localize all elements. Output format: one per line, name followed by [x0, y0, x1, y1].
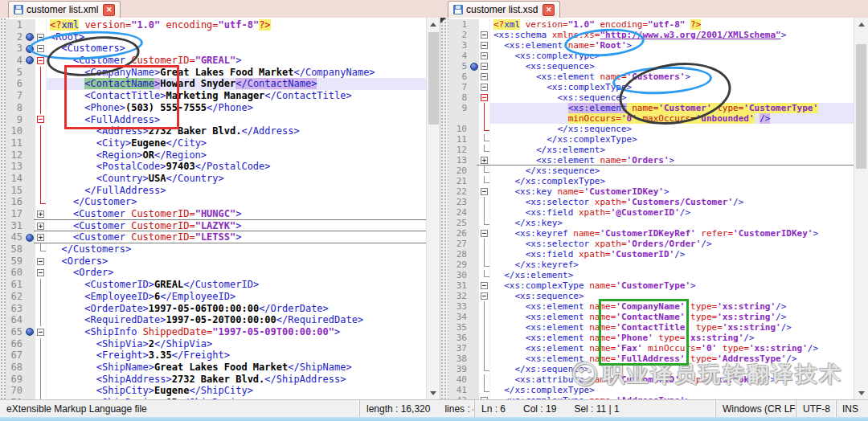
fold-margin[interactable]: − [35, 55, 47, 67]
bookmark-margin[interactable] [25, 185, 35, 197]
fold-margin[interactable] [479, 374, 490, 385]
fold-margin[interactable] [35, 385, 47, 397]
bookmark-margin[interactable] [25, 31, 35, 43]
line-number[interactable]: 2 [6, 31, 25, 43]
code-line[interactable]: 65− <ShipInfo ShippedDate="1997-05-09T00… [6, 326, 426, 338]
code-line[interactable]: 22− <xs:key name='CustomerIDKey'> [448, 186, 854, 197]
bookmark-margin[interactable] [469, 40, 479, 51]
line-number[interactable]: 4 [448, 51, 469, 61]
code-line[interactable]: 9 <xs:element name='Customer' type='Cust… [448, 103, 854, 113]
line-number[interactable]: 2 [448, 30, 469, 40]
bookmark-margin[interactable] [25, 314, 35, 326]
line-number[interactable]: 21 [448, 176, 469, 186]
bookmark-margin[interactable] [25, 137, 35, 149]
line-number[interactable]: 10 [448, 124, 469, 134]
line-number[interactable]: 65 [6, 326, 25, 338]
code-line[interactable]: 20 </xs:sequence> [448, 166, 854, 176]
code-line[interactable]: 59− <Orders> [6, 255, 426, 268]
code-line[interactable]: 66 <ShipVia>2</ShipVia> [6, 338, 426, 350]
fold-margin[interactable] [479, 166, 490, 176]
fold-collapse-icon[interactable]: − [37, 45, 44, 52]
line-number[interactable]: 31 [6, 220, 25, 232]
line-number[interactable]: 25 [448, 218, 469, 228]
code-line[interactable]: 69 <ShipAddress>2732 Baker Blvd.</ShipAd… [6, 374, 426, 386]
fold-margin[interactable] [35, 243, 47, 255]
fold-margin[interactable]: − [35, 267, 47, 279]
code-line[interactable]: 32− <xs:sequence> [448, 291, 854, 301]
line-number[interactable]: 8 [448, 92, 469, 103]
bookmark-margin[interactable] [469, 385, 479, 395]
scrollbar-thumb[interactable] [856, 44, 866, 169]
code-line[interactable]: 6− <xs:element name='Customers'> [448, 72, 854, 82]
code-line[interactable]: 25 </xs:key> [448, 218, 854, 228]
line-number[interactable]: 16 [6, 196, 25, 208]
fold-collapse-icon[interactable]: − [481, 292, 488, 300]
fold-margin[interactable]: − [479, 228, 490, 239]
code-line[interactable]: 8 <Phone>(503) 555-7555</Phone> [6, 102, 426, 114]
fold-margin[interactable] [35, 291, 47, 303]
bookmark-margin[interactable] [469, 374, 479, 385]
tab-customer-list-xml[interactable]: customer list.xml ✕ [8, 1, 121, 18]
line-number[interactable]: 14 [6, 173, 25, 185]
fold-margin[interactable]: − [479, 51, 490, 61]
bookmark-margin[interactable] [25, 220, 35, 232]
scroll-down-icon[interactable] [854, 386, 868, 399]
fold-collapse-icon[interactable]: − [481, 52, 488, 59]
fold-margin[interactable] [479, 322, 490, 333]
bookmark-margin[interactable] [25, 196, 35, 208]
fold-margin[interactable] [479, 176, 490, 186]
fold-margin[interactable]: − [479, 40, 490, 51]
line-number[interactable]: 12 [6, 149, 25, 161]
line-number[interactable]: 13 [448, 155, 469, 166]
line-number[interactable]: 36 [448, 333, 469, 343]
status-insert-mode[interactable]: INS [836, 400, 868, 417]
code-line[interactable]: 67 <Freight>3.35</Freight> [6, 349, 426, 362]
code-line[interactable]: 16 </Customer> [6, 196, 426, 208]
line-number[interactable]: 62 [6, 291, 25, 303]
fold-margin[interactable]: − [479, 72, 490, 82]
fold-margin[interactable] [35, 90, 47, 102]
line-number[interactable]: 69 [6, 374, 25, 386]
scrollbar-thumb[interactable] [428, 32, 439, 125]
fold-margin[interactable] [479, 113, 490, 124]
fold-margin[interactable] [35, 173, 47, 185]
bookmark-margin[interactable] [25, 90, 35, 102]
line-number[interactable]: 9 [6, 114, 25, 126]
bookmark-margin[interactable] [469, 354, 479, 364]
fold-margin[interactable]: − [479, 280, 490, 291]
fold-collapse-icon[interactable]: − [481, 230, 488, 237]
bookmark-margin[interactable] [469, 186, 479, 197]
code-line[interactable]: 8− <xs:sequence> [448, 92, 854, 103]
fold-collapse-icon[interactable]: − [481, 94, 488, 101]
code-line[interactable]: 58 </Customers> [6, 243, 426, 255]
code-line[interactable]: 17+ <Customer CustomerID="HUNGC"> [6, 208, 426, 220]
line-number[interactable]: 7 [6, 90, 25, 102]
code-line[interactable]: 3− <Customers> [6, 43, 426, 55]
fold-margin[interactable] [479, 249, 490, 260]
fold-expand-icon[interactable]: + [481, 157, 488, 164]
fold-margin[interactable] [479, 385, 490, 395]
bookmark-margin[interactable] [469, 92, 479, 103]
fold-collapse-icon[interactable]: − [37, 258, 44, 265]
line-number[interactable]: 58 [6, 243, 25, 255]
line-number[interactable]: 5 [448, 61, 469, 72]
line-number[interactable]: 60 [6, 267, 25, 279]
line-number[interactable]: 17 [6, 208, 25, 220]
line-number[interactable]: 40 [448, 374, 469, 385]
fold-margin[interactable] [479, 343, 490, 354]
fold-margin[interactable] [479, 312, 490, 322]
fold-collapse-icon[interactable]: − [37, 329, 44, 336]
code-line[interactable]: 40 <xs:attribute name='CustomerID' type=… [448, 374, 854, 385]
fold-margin[interactable] [35, 349, 47, 362]
line-number[interactable]: 3 [448, 40, 469, 51]
line-number[interactable]: 66 [6, 338, 25, 350]
code-line[interactable]: 9− <FullAddress> [6, 114, 426, 126]
line-number[interactable]: 39 [448, 364, 469, 374]
line-number[interactable]: 15 [6, 185, 25, 197]
bookmark-margin[interactable] [25, 279, 35, 291]
fold-margin[interactable] [35, 19, 47, 31]
bookmark-margin[interactable] [25, 67, 35, 79]
fold-margin[interactable]: − [35, 114, 47, 126]
bookmark-margin[interactable] [469, 145, 479, 155]
code-line[interactable]: 13 <PostalCode>97403</PostalCode> [6, 161, 426, 173]
